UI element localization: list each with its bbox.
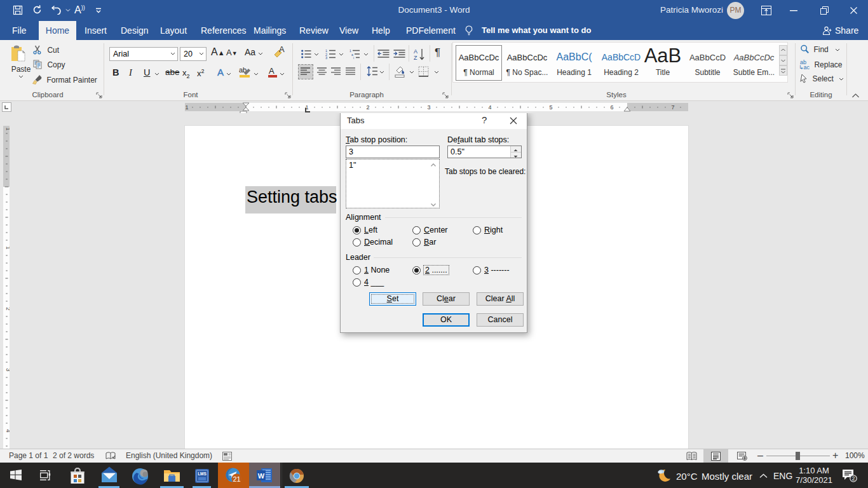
svg-text:1: 1 — [5, 127, 10, 130]
svg-text:i: i — [353, 56, 354, 59]
svg-text:↳ac: ↳ac — [799, 64, 810, 70]
svg-text:A: A — [414, 48, 417, 55]
svg-text:A: A — [279, 46, 285, 54]
svg-text:3: 3 — [427, 104, 430, 111]
svg-text:1: 1 — [5, 246, 10, 249]
svg-text:21: 21 — [233, 475, 240, 483]
svg-text:4: 4 — [488, 104, 491, 111]
svg-text:2: 2 — [366, 104, 369, 111]
svg-text:A: A — [269, 66, 275, 76]
svg-text:2: 2 — [851, 475, 855, 482]
svg-text:7: 7 — [671, 104, 674, 111]
svg-text:3: 3 — [5, 368, 10, 371]
svg-text:W: W — [258, 472, 265, 480]
svg-text:Z: Z — [414, 55, 417, 61]
svg-text:6: 6 — [610, 104, 613, 111]
svg-text:1: 1 — [185, 104, 188, 111]
svg-text:2: 2 — [5, 307, 10, 310]
svg-text:5: 5 — [549, 104, 552, 111]
svg-text:LMS: LMS — [198, 471, 207, 476]
svg-text:3: 3 — [325, 56, 327, 59]
svg-text:4: 4 — [5, 429, 10, 432]
